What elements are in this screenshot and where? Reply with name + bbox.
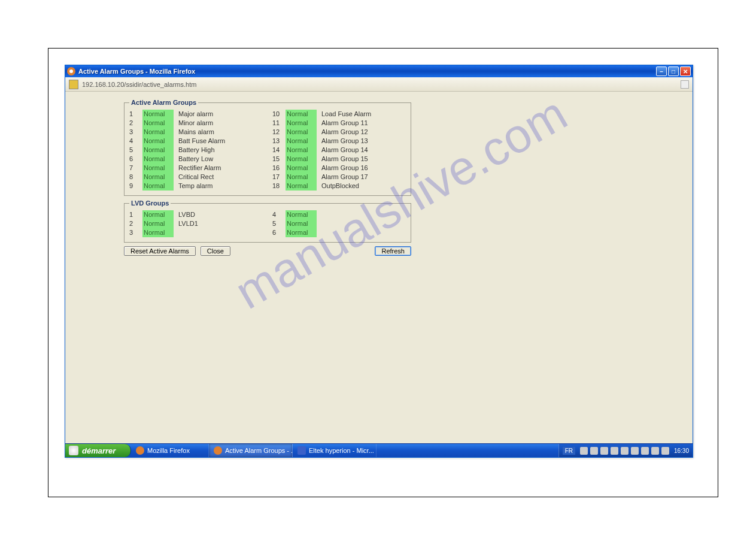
tray-icon[interactable]: [631, 447, 639, 455]
content-area: Active Alarm Groups 1NormalMajor alarm2N…: [65, 92, 693, 457]
row-number: 16: [272, 164, 286, 173]
lvd-row: 2NormalLVLD1: [129, 219, 263, 228]
url-text[interactable]: 192.168.10.20/ssidir/active_alarms.htm: [82, 81, 677, 88]
status-badge: Normal: [142, 155, 174, 164]
alarm-row: 2NormalMinor alarm: [129, 119, 263, 128]
clock[interactable]: 16:30: [674, 448, 689, 454]
alarm-row: 5NormalBattery High: [129, 146, 263, 155]
row-number: 3: [129, 128, 142, 137]
status-badge: Normal: [142, 110, 174, 119]
close-button[interactable]: Close: [201, 246, 230, 256]
row-number: 4: [129, 137, 142, 146]
lvd-row: 4Normal: [272, 210, 406, 219]
status-badge: Normal: [286, 219, 317, 228]
row-label: Alarm Group 16: [321, 164, 368, 173]
taskbar-item-label: Eltek hyperion - Micr...: [309, 447, 374, 454]
page-icon: [69, 80, 78, 89]
active-alarm-legend: Active Alarm Groups: [129, 99, 198, 106]
row-label: OutpBlocked: [321, 182, 359, 191]
alarm-row: 14NormalAlarm Group 14: [272, 146, 406, 155]
row-number: 4: [272, 210, 286, 219]
tray-icon[interactable]: [661, 447, 669, 455]
maximize-button[interactable]: □: [668, 67, 679, 76]
row-number: 1: [129, 210, 142, 219]
taskbar-item-firefox[interactable]: Mozilla Firefox: [131, 444, 209, 457]
status-badge: Normal: [142, 219, 174, 228]
row-number: 15: [272, 155, 286, 164]
row-number: 6: [129, 155, 142, 164]
row-number: 10: [272, 110, 286, 119]
row-number: 5: [272, 219, 286, 228]
status-badge: Normal: [142, 137, 174, 146]
status-badge: Normal: [286, 128, 317, 137]
alarm-row: 3NormalMains alarm: [129, 128, 263, 137]
taskbar-item-label: Mozilla Firefox: [147, 447, 190, 454]
status-badge: Normal: [142, 210, 174, 219]
row-number: 17: [272, 173, 286, 182]
tray-icon[interactable]: [621, 447, 629, 455]
row-label: Alarm Group 14: [321, 146, 368, 155]
row-number: 3: [129, 228, 142, 237]
windows-logo-icon: [69, 446, 78, 455]
alarm-row: 6NormalBattery Low: [129, 155, 263, 164]
status-badge: Normal: [286, 146, 317, 155]
row-label: Alarm Group 17: [321, 173, 368, 182]
close-window-button[interactable]: ✕: [680, 67, 691, 76]
row-number: 12: [272, 128, 286, 137]
status-badge: Normal: [286, 164, 317, 173]
row-label: Alarm Group 11: [321, 119, 368, 128]
taskbar-item-active-alarm[interactable]: Active Alarm Groups - ...: [209, 444, 293, 457]
address-bar: 192.168.10.20/ssidir/active_alarms.htm: [65, 77, 693, 92]
taskbar-item-word[interactable]: Eltek hyperion - Micr...: [293, 444, 377, 457]
language-indicator[interactable]: FR: [563, 447, 575, 455]
reset-alarms-button[interactable]: Reset Active Alarms: [124, 246, 196, 256]
taskbar-item-label: Active Alarm Groups - ...: [225, 447, 293, 454]
row-number: 13: [272, 137, 286, 146]
row-label: Load Fuse Alarm: [321, 110, 371, 119]
start-label: démarrer: [82, 446, 116, 455]
rss-icon[interactable]: [681, 80, 689, 89]
tray-icon[interactable]: [600, 447, 608, 455]
refresh-button[interactable]: Refresh: [375, 246, 411, 256]
alarm-row: 18NormalOutpBlocked: [272, 182, 406, 191]
status-badge: Normal: [286, 155, 317, 164]
row-label: Minor alarm: [178, 119, 213, 128]
status-badge: Normal: [286, 119, 317, 128]
status-badge: Normal: [142, 173, 174, 182]
tray-icon[interactable]: [590, 447, 598, 455]
minimize-button[interactable]: –: [656, 67, 667, 76]
row-number: 18: [272, 182, 286, 191]
alarm-row: 8NormalCritical Rect: [129, 173, 263, 182]
alarm-row: 7NormalRectifier Alarm: [129, 164, 263, 173]
tray-icon[interactable]: [651, 447, 659, 455]
tray-icon[interactable]: [611, 447, 618, 455]
row-label: Rectifier Alarm: [178, 164, 221, 173]
row-label: Alarm Group 12: [321, 128, 368, 137]
status-badge: Normal: [142, 228, 174, 237]
alarm-row: 17NormalAlarm Group 17: [272, 173, 406, 182]
status-badge: Normal: [286, 210, 317, 219]
row-label: LVLD1: [178, 219, 198, 228]
status-badge: Normal: [142, 164, 174, 173]
alarm-row: 4NormalBatt Fuse Alarm: [129, 137, 263, 146]
row-number: 8: [129, 173, 142, 182]
tray-icon[interactable]: [580, 447, 588, 455]
row-label: Batt Fuse Alarm: [178, 137, 225, 146]
row-label: Battery High: [178, 146, 215, 155]
lvd-groups-fieldset: LVD Groups 1NormalLVBD2NormalLVLD13Norma…: [124, 200, 411, 243]
alarm-row: 12NormalAlarm Group 12: [272, 128, 406, 137]
button-row: Reset Active Alarms Close Refresh: [124, 246, 411, 256]
row-number: 2: [129, 119, 142, 128]
tray-icon[interactable]: [641, 447, 649, 455]
status-badge: Normal: [142, 119, 174, 128]
taskbar: démarrer Mozilla Firefox Active Alarm Gr…: [65, 443, 693, 457]
word-icon: [297, 446, 306, 455]
start-button[interactable]: démarrer: [65, 444, 131, 457]
window-buttons: – □ ✕: [656, 67, 691, 76]
status-badge: Normal: [286, 137, 317, 146]
row-number: 2: [129, 219, 142, 228]
alarm-row: 16NormalAlarm Group 16: [272, 164, 406, 173]
row-label: Critical Rect: [178, 173, 214, 182]
lvd-row: 3Normal: [129, 228, 263, 237]
row-number: 11: [272, 119, 286, 128]
